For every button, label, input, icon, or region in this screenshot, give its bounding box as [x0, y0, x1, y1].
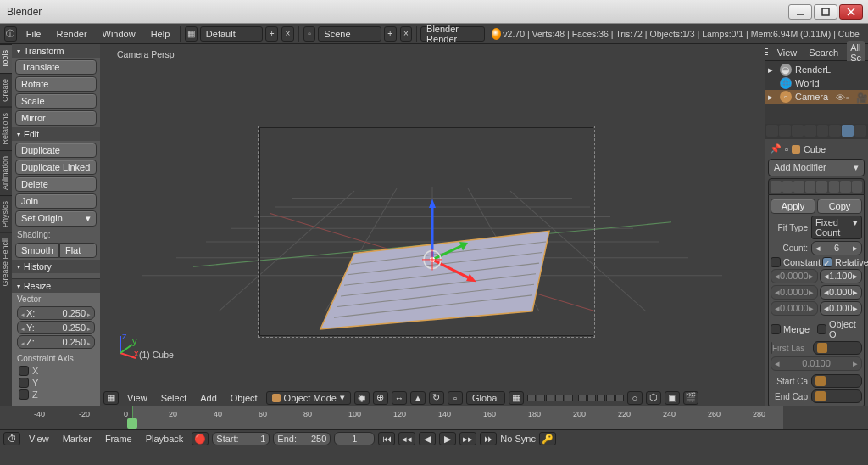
current-frame-field[interactable]: 1 [334, 432, 375, 445]
layer-buttons[interactable] [527, 395, 624, 401]
duplicate-button[interactable]: Duplicate [15, 143, 97, 158]
count-field[interactable]: ◂6▸ [811, 241, 862, 255]
prop-tab-world-icon[interactable] [804, 125, 816, 137]
constraint-x-checkbox[interactable]: X [12, 365, 100, 377]
tl-menu-marker[interactable]: Marker [58, 432, 97, 445]
translate-button[interactable]: Translate [15, 59, 97, 75]
auto-keyframe-icon[interactable]: 🔴 [192, 432, 209, 445]
rel-x-field[interactable]: ◂1.100▸ [820, 269, 862, 283]
vp-menu-view[interactable]: View [122, 391, 153, 405]
duplicate-linked-button[interactable]: Duplicate Linked [15, 160, 97, 175]
keying-set-icon[interactable]: 🔑 [539, 432, 556, 445]
modifier-copy-button[interactable]: Copy [817, 199, 862, 214]
prop-tab-scene-icon[interactable] [792, 125, 804, 137]
rel-y-field[interactable]: ◂0.000▸ [820, 285, 862, 300]
screen-layout-icon[interactable]: ▦ [185, 26, 198, 42]
editor-type-timeline-icon[interactable]: ⏱ [3, 432, 20, 445]
editor-type-icon[interactable]: ⓘ [4, 26, 17, 42]
rel-z-field[interactable]: ◂0.000▸ [820, 301, 862, 316]
constraint-z-checkbox[interactable]: Z [12, 389, 100, 401]
outliner-menu-view[interactable]: View [774, 46, 801, 59]
sync-dropdown[interactable]: No Sync [500, 434, 536, 444]
vp-menu-object[interactable]: Object [225, 391, 263, 405]
scene-add-icon[interactable]: + [384, 26, 397, 42]
modifier-movedown-icon[interactable] [840, 181, 851, 193]
close-button[interactable] [839, 4, 863, 20]
menu-file[interactable]: File [19, 27, 48, 41]
join-button[interactable]: Join [15, 193, 97, 209]
outliner[interactable]: ▸◒RenderL 🌐World ▸▫Camera 👁▫🎥 [765, 61, 868, 124]
object-offset-checkbox[interactable]: Object O [817, 319, 862, 339]
tl-menu-view[interactable]: View [24, 432, 54, 445]
modifier-apply-button[interactable]: Apply [771, 199, 815, 214]
object-offset-picker[interactable] [813, 341, 862, 355]
start-frame-field[interactable]: Start:1 [212, 432, 270, 445]
modifier-render-toggle-icon[interactable] [793, 181, 804, 193]
jump-end-icon[interactable]: ⏭ [480, 432, 497, 445]
layers-icon[interactable]: ▦ [509, 391, 524, 405]
constant-offset-checkbox[interactable]: Constant [771, 257, 821, 267]
panel-transform-header[interactable]: Transform [12, 44, 100, 58]
menu-help[interactable]: Help [144, 27, 177, 41]
prop-tab-data-icon[interactable] [854, 125, 866, 137]
3d-viewport[interactable]: Camera Persp (1) Cube z x y ▦ View Selec… [100, 44, 765, 406]
delete-button[interactable]: Delete [15, 176, 97, 192]
vp-menu-add[interactable]: Add [195, 391, 222, 405]
modifier-realtime-toggle-icon[interactable] [805, 181, 816, 193]
snap-icon[interactable]: ⬡ [646, 391, 661, 405]
set-origin-button[interactable]: Set Origin▾ [15, 210, 97, 227]
prop-tab-render-icon[interactable] [766, 125, 778, 137]
manipulator-scale-icon[interactable]: ▫ [448, 391, 463, 405]
timeline-ruler[interactable]: -40-200204060801001201401601802002202402… [0, 406, 868, 430]
current-frame-indicator[interactable] [132, 406, 133, 429]
merge-checkbox[interactable]: Merge [771, 319, 815, 339]
menu-window[interactable]: Window [96, 27, 142, 41]
resize-z-field[interactable]: Z:0.250 [17, 335, 95, 349]
menu-render[interactable]: Render [49, 27, 93, 41]
modifier-expand-icon[interactable] [771, 181, 782, 193]
scene-dropdown[interactable]: Scene [318, 26, 381, 42]
maximize-button[interactable] [814, 4, 837, 20]
panel-history-header[interactable]: History [12, 260, 100, 273]
keyframe-next-icon[interactable]: ▸▸ [459, 432, 476, 445]
tab-relations[interactable]: Relations [0, 107, 12, 150]
layout-add-icon[interactable]: + [265, 26, 278, 42]
snap-target-icon[interactable]: ▣ [665, 391, 680, 405]
outliner-item-camera[interactable]: ▸▫Camera 👁▫🎥 [765, 90, 868, 104]
end-frame-field[interactable]: End:250 [273, 432, 331, 445]
prop-tab-constraints-icon[interactable] [829, 125, 841, 137]
tab-grease-pencil[interactable]: Grease Pencil [0, 232, 12, 292]
constraint-y-checkbox[interactable]: Y [12, 377, 100, 389]
operator-header[interactable]: Resize [12, 279, 100, 293]
tab-physics[interactable]: Physics [0, 195, 12, 232]
jump-start-icon[interactable]: ⏮ [378, 432, 395, 445]
end-cap-picker[interactable] [811, 389, 862, 403]
editor-type-3dview-icon[interactable]: ▦ [103, 391, 119, 405]
vp-menu-select[interactable]: Select [156, 391, 192, 405]
add-modifier-dropdown[interactable]: Add Modifier▾ [768, 159, 865, 176]
panel-edit-header[interactable]: Edit [12, 127, 100, 141]
start-cap-picker[interactable] [811, 374, 862, 388]
fit-type-dropdown[interactable]: Fixed Count▾ [811, 216, 862, 239]
layout-remove-icon[interactable]: × [281, 26, 294, 42]
screen-layout-dropdown[interactable]: Default [200, 26, 264, 42]
prop-tab-modifiers-icon[interactable] [842, 125, 854, 137]
shading-dropdown-icon[interactable]: ◉ [354, 391, 370, 405]
modifier-editmode-toggle-icon[interactable] [816, 181, 827, 193]
proportional-edit-icon[interactable]: ○ [627, 391, 643, 405]
scale-button[interactable]: Scale [15, 93, 97, 109]
scene-icon[interactable]: ▫ [303, 26, 316, 42]
relative-offset-checkbox[interactable]: ✓Relative [822, 257, 868, 267]
manipulator-translate-icon[interactable]: ▲ [410, 391, 426, 405]
resize-x-field[interactable]: X:0.250 [17, 306, 95, 320]
manipulator-rotate-icon[interactable]: ↻ [429, 391, 444, 405]
outliner-item-world[interactable]: 🌐World [765, 76, 868, 90]
prop-tab-object-icon[interactable] [817, 125, 829, 137]
mirror-button[interactable]: Mirror [15, 110, 97, 126]
play-reverse-icon[interactable]: ◀ [419, 432, 436, 445]
smooth-button[interactable]: Smooth [15, 243, 59, 258]
tl-menu-frame[interactable]: Frame [100, 432, 137, 445]
opengl-render-icon[interactable]: 🎬 [683, 391, 698, 405]
keyframe-prev-icon[interactable]: ◂◂ [398, 432, 415, 445]
orientation-dropdown[interactable]: Global [466, 391, 505, 405]
